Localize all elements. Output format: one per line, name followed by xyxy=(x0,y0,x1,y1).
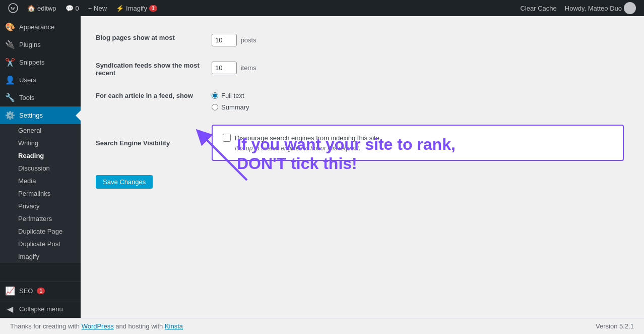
footer: Thanks for creating with WordPress and h… xyxy=(0,318,644,334)
submenu-item-writing[interactable]: Writing xyxy=(0,137,81,149)
sev-label: Search Engine Visibility xyxy=(96,139,170,147)
user-item[interactable]: Howdy, Matteo Duo xyxy=(561,0,640,16)
imagify-item[interactable]: ⚡ Imagify 1 xyxy=(112,0,161,16)
appearance-icon: 🎨 xyxy=(5,22,15,32)
snippets-icon: ✂️ xyxy=(5,58,15,67)
content-area: Blog pages show at most posts Syndicatio… xyxy=(81,16,644,318)
feed-full-text-label: Full text xyxy=(221,92,244,99)
comments-count: 0 xyxy=(76,5,79,12)
submenu-item-media[interactable]: Media xyxy=(0,175,81,187)
svg-text:W: W xyxy=(11,6,15,11)
feed-full-text-radio[interactable] xyxy=(212,92,218,99)
comment-icon: 💬 xyxy=(66,5,74,12)
plugins-icon: 🔌 xyxy=(5,40,15,49)
sidebar-item-plugins[interactable]: 🔌 Plugins xyxy=(0,36,81,53)
syndication-row: Syndication feeds show the most recent i… xyxy=(96,54,629,84)
save-changes-button[interactable]: Save Changes xyxy=(96,175,153,189)
sidebar-item-tools[interactable]: 🔧 Tools xyxy=(0,89,81,106)
clear-cache-item[interactable]: Clear Cache xyxy=(517,0,561,16)
feed-summary-label: Summary xyxy=(221,103,249,111)
user-avatar xyxy=(624,2,636,14)
blog-pages-input[interactable] xyxy=(212,34,237,46)
seo-icon: 📈 xyxy=(5,286,15,296)
sidebar-item-users[interactable]: 👤 Users xyxy=(0,71,81,89)
sidebar-item-label-settings: Settings xyxy=(19,112,43,119)
feed-summary-radio[interactable] xyxy=(212,104,218,110)
feed-article-row: For each article in a feed, show Full te… xyxy=(96,84,629,119)
footer-wp-link[interactable]: WordPress xyxy=(82,322,114,330)
sidebar-item-label-tools: Tools xyxy=(19,94,34,101)
syndication-label: Syndication feeds show the most recent xyxy=(96,62,200,77)
clear-cache-label: Clear Cache xyxy=(521,5,557,12)
sev-checkbox[interactable] xyxy=(223,134,231,142)
syndication-unit: items xyxy=(241,64,256,72)
footer-left: Thanks for creating with WordPress and h… xyxy=(10,322,183,330)
comments-item[interactable]: 💬 0 xyxy=(61,0,83,16)
sidebar-item-settings[interactable]: ⚙️ Settings xyxy=(0,106,81,124)
sidebar-item-label-plugins: Plugins xyxy=(19,41,41,48)
sidebar-item-appearance[interactable]: 🎨 Appearance xyxy=(0,18,81,36)
collapse-icon: ◀ xyxy=(5,304,15,314)
new-item[interactable]: + New xyxy=(84,0,111,16)
user-label: Howdy, Matteo Duo xyxy=(565,5,622,12)
blog-pages-row: Blog pages show at most posts xyxy=(96,26,629,54)
submenu-item-privacy[interactable]: Privacy xyxy=(0,200,81,212)
users-icon: 👤 xyxy=(5,75,15,85)
tools-icon: 🔧 xyxy=(5,93,15,102)
collapse-menu-item[interactable]: ◀ Collapse menu xyxy=(0,300,81,318)
footer-kinsta-link[interactable]: Kinsta xyxy=(165,322,183,330)
imagify-icon: ⚡ xyxy=(116,5,124,12)
feed-full-text-option[interactable]: Full text xyxy=(212,92,624,99)
sidebar-item-label-appearance: Appearance xyxy=(19,23,54,31)
feed-article-label: For each article in a feed, show xyxy=(96,92,193,99)
submenu-item-duplicate-page[interactable]: Duplicate Page xyxy=(0,225,81,238)
site-name-item[interactable]: 🏠 editwp xyxy=(23,0,60,16)
sidebar-item-seo[interactable]: 📈 SEO 1 xyxy=(0,282,81,300)
collapse-label: Collapse menu xyxy=(19,305,63,313)
submenu-item-imagify[interactable]: Imagify xyxy=(0,250,81,263)
blog-pages-unit: posts xyxy=(241,36,256,44)
submenu-item-perfmatters[interactable]: Perfmatters xyxy=(0,212,81,225)
home-icon: 🏠 xyxy=(27,5,35,12)
imagify-badge: 1 xyxy=(149,5,157,12)
feed-radio-group: Full text Summary xyxy=(212,92,624,111)
footer-version: Version 5.2.1 xyxy=(596,322,634,330)
wp-logo-item[interactable]: W xyxy=(4,0,22,16)
sidebar-item-label-users: Users xyxy=(19,76,36,84)
blog-pages-label: Blog pages show at most xyxy=(96,34,175,41)
admin-bar: W 🏠 editwp 💬 0 + New ⚡ Imagify 1 Clear C… xyxy=(0,0,644,16)
sidebar-item-snippets[interactable]: ✂️ Snippets xyxy=(0,53,81,71)
submenu-item-duplicate-post[interactable]: Duplicate Post xyxy=(0,238,81,250)
footer-thanks-text: Thanks for creating with xyxy=(10,322,82,330)
syndication-input[interactable] xyxy=(212,62,237,74)
sidebar-item-label-snippets: Snippets xyxy=(19,59,45,66)
save-section: Save Changes If you want your site to ra… xyxy=(96,175,629,189)
submenu-item-discussion[interactable]: Discussion xyxy=(0,162,81,175)
sidebar: 🎨 Appearance 🔌 Plugins ✂️ Snippets 👤 Use… xyxy=(0,16,81,318)
new-label: + New xyxy=(88,5,107,12)
submenu-item-reading[interactable]: Reading xyxy=(0,149,81,162)
wp-logo-icon: W xyxy=(8,3,18,13)
submenu-item-general[interactable]: General xyxy=(0,124,81,137)
settings-icon: ⚙️ xyxy=(5,110,15,120)
submenu-item-permalinks[interactable]: Permalinks xyxy=(0,187,81,200)
footer-hosting-text: and hosting with xyxy=(115,322,165,330)
feed-summary-option[interactable]: Summary xyxy=(212,103,624,111)
site-name: editwp xyxy=(37,5,56,12)
seo-label: SEO xyxy=(19,287,33,295)
annotation-text-container: If you want your site to rank, DON'T tic… xyxy=(237,135,489,174)
seo-badge: 1 xyxy=(37,288,45,294)
annotation-text: If you want your site to rank, DON'T tic… xyxy=(237,135,489,174)
imagify-label: Imagify xyxy=(126,5,147,12)
